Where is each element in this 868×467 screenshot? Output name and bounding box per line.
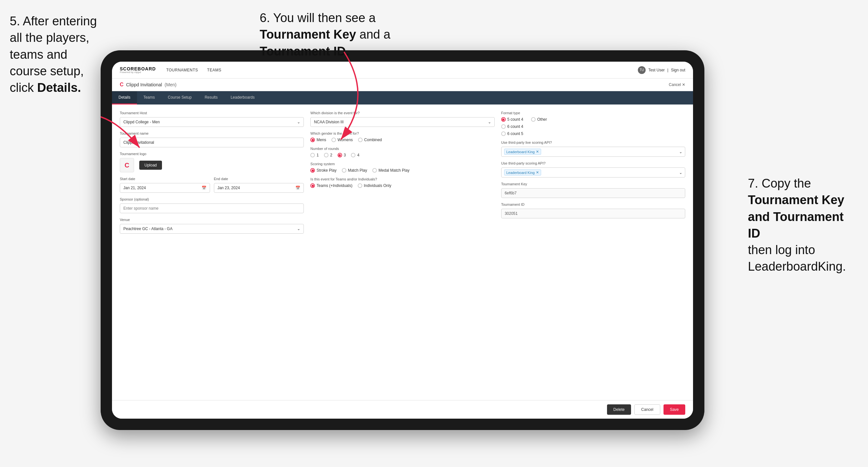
user-avatar: TU	[638, 66, 646, 74]
logo-preview: C	[120, 158, 134, 172]
tournament-logo-label: Tournament logo	[120, 152, 304, 156]
chevron-down-icon-venue: ⌄	[297, 226, 300, 231]
individuals-only[interactable]: Individuals Only	[358, 183, 392, 188]
tournament-subtitle: (Men)	[164, 82, 177, 87]
tab-leaderboards[interactable]: Leaderboards	[224, 91, 261, 104]
scoring-match-radio[interactable]	[342, 168, 346, 173]
scoring-radio-group: Stroke Play Match Play Medal Match Play	[310, 168, 494, 173]
annotation-right: 7. Copy theTournament Keyand Tournament …	[748, 175, 858, 275]
sign-out-link[interactable]: Sign out	[671, 68, 685, 72]
cancel-tournament-button[interactable]: Cancel ✕	[669, 83, 685, 87]
round-2-radio[interactable]	[324, 153, 329, 157]
tournament-id-field: Tournament ID 302051	[501, 203, 685, 218]
format-6count4-radio[interactable]	[501, 124, 506, 129]
form-grid: Tournament Host Clippd College - Men ⌄ T…	[120, 111, 685, 234]
tab-details[interactable]: Details	[112, 91, 137, 104]
teams-plus-individuals[interactable]: Teams (+Individuals)	[310, 183, 352, 188]
third-party-1-label: Use third-party live scoring API?	[501, 141, 685, 145]
individuals-only-radio[interactable]	[358, 183, 362, 188]
start-date-input[interactable]: Jan 21, 2024 📅	[120, 183, 210, 193]
scoring-match-label: Match Play	[348, 168, 367, 173]
venue-field: Venue Peachtree GC - Atlanta - GA ⌄	[120, 218, 304, 234]
start-date-value: Jan 21, 2024	[123, 186, 146, 190]
scoring-match[interactable]: Match Play	[342, 168, 367, 173]
gender-mens-radio[interactable]	[310, 137, 315, 142]
tournament-bar: C Clippd Invitational (Men) Cancel ✕	[112, 79, 693, 91]
venue-select[interactable]: Peachtree GC - Atlanta - GA ⌄	[120, 224, 304, 234]
form-col-3: Format type 5 count 4 6 count 4	[501, 111, 685, 234]
tablet-frame: SCOREBOARD Powered by clippd TOURNAMENTS…	[101, 50, 704, 430]
format-other[interactable]: Other	[531, 117, 547, 122]
round-4-label: 4	[357, 153, 359, 157]
round-1[interactable]: 1	[310, 153, 319, 157]
venue-value: Peachtree GC - Atlanta - GA	[123, 226, 173, 231]
cancel-button[interactable]: Cancel	[634, 404, 660, 415]
format-list: 5 count 4 6 count 4 6 count 5	[501, 117, 523, 136]
tournament-host-label: Tournament Host	[120, 111, 304, 115]
scoring-medal-label: Medal Match Play	[378, 168, 409, 173]
format-5count4-label: 5 count 4	[507, 117, 523, 122]
format-6count5-radio[interactable]	[501, 131, 506, 136]
third-party-2-label: Use third-party scoring API?	[501, 161, 685, 165]
third-party-2-select[interactable]: Leaderboard King ✕ ⌄	[501, 167, 685, 178]
nav-tournaments[interactable]: TOURNAMENTS	[166, 68, 198, 72]
chevron-down-icon-tp1: ⌄	[679, 150, 682, 154]
tab-results[interactable]: Results	[198, 91, 224, 104]
save-button[interactable]: Save	[663, 404, 685, 415]
scoring-medal-radio[interactable]	[372, 168, 377, 173]
tournament-id-label: Tournament ID	[501, 203, 685, 207]
round-1-radio[interactable]	[310, 153, 315, 157]
venue-label: Venue	[120, 218, 304, 222]
format-5count4-radio[interactable]	[501, 117, 506, 122]
annotation-left-text: 5. After entering all the players, teams…	[10, 14, 97, 94]
app-header: SCOREBOARD Powered by clippd TOURNAMENTS…	[112, 62, 693, 79]
teams-plus-radio[interactable]	[310, 183, 315, 188]
round-4-radio[interactable]	[351, 153, 355, 157]
round-3-label: 3	[344, 153, 346, 157]
division-select[interactable]: NCAA Division III ⌄	[310, 117, 494, 127]
round-3-radio[interactable]	[338, 153, 342, 157]
sponsor-input[interactable]	[120, 204, 304, 213]
gender-womens-radio[interactable]	[332, 137, 336, 142]
calendar-icon-2: 📅	[296, 186, 300, 190]
round-4[interactable]: 4	[351, 153, 359, 157]
tab-teams[interactable]: Teams	[137, 91, 161, 104]
delete-button[interactable]: Delete	[607, 404, 631, 415]
tournament-key-value: 6ef6b7	[501, 188, 685, 198]
nav-teams[interactable]: TEAMS	[207, 68, 221, 72]
scoring-stroke[interactable]: Stroke Play	[310, 168, 336, 173]
gender-combined[interactable]: Combined	[358, 137, 382, 142]
format-other-radio[interactable]	[531, 117, 536, 122]
gender-mens[interactable]: Mens	[310, 137, 326, 142]
format-6count4[interactable]: 6 count 4	[501, 124, 523, 129]
rounds-field: Number of rounds 1 2	[310, 147, 494, 157]
tournament-host-select[interactable]: Clippd College - Men ⌄	[120, 117, 304, 127]
round-3[interactable]: 3	[338, 153, 346, 157]
tournament-host-value: Clippd College - Men	[123, 120, 160, 124]
format-6count5[interactable]: 6 count 5	[501, 131, 523, 136]
rounds-radio-group: 1 2 3 4	[310, 153, 494, 157]
annotation-top: 6. You will then see aTournament Key and…	[260, 10, 461, 60]
format-other-label: Other	[537, 117, 547, 122]
remove-tag-icon-2[interactable]: ✕	[536, 170, 539, 175]
gender-womens[interactable]: Womens	[332, 137, 353, 142]
remove-tag-icon[interactable]: ✕	[536, 150, 539, 154]
gender-combined-radio[interactable]	[358, 137, 363, 142]
tournament-name-input[interactable]	[120, 137, 304, 147]
gender-label: Which gender is the event for?	[310, 131, 494, 135]
upload-button[interactable]: Upload	[139, 161, 162, 170]
gender-field: Which gender is the event for? Mens Wome…	[310, 131, 494, 142]
gender-mens-label: Mens	[316, 137, 326, 142]
end-date-input[interactable]: Jan 23, 2024 📅	[214, 183, 304, 193]
logo-upload-row: C Upload	[120, 158, 304, 172]
scoring-medal-match[interactable]: Medal Match Play	[372, 168, 409, 173]
gender-radio-group: Mens Womens Combined	[310, 137, 494, 142]
third-party-2-field: Use third-party scoring API? Leaderboard…	[501, 161, 685, 178]
tournament-key-field: Tournament Key 6ef6b7	[501, 182, 685, 198]
tab-course-setup[interactable]: Course Setup	[161, 91, 198, 104]
scoring-stroke-radio[interactable]	[310, 168, 315, 173]
round-2[interactable]: 2	[324, 153, 332, 157]
format-5count4[interactable]: 5 count 4	[501, 117, 523, 122]
third-party-1-select[interactable]: Leaderboard King ✕ ⌄	[501, 147, 685, 157]
user-name: Test User	[648, 68, 665, 72]
